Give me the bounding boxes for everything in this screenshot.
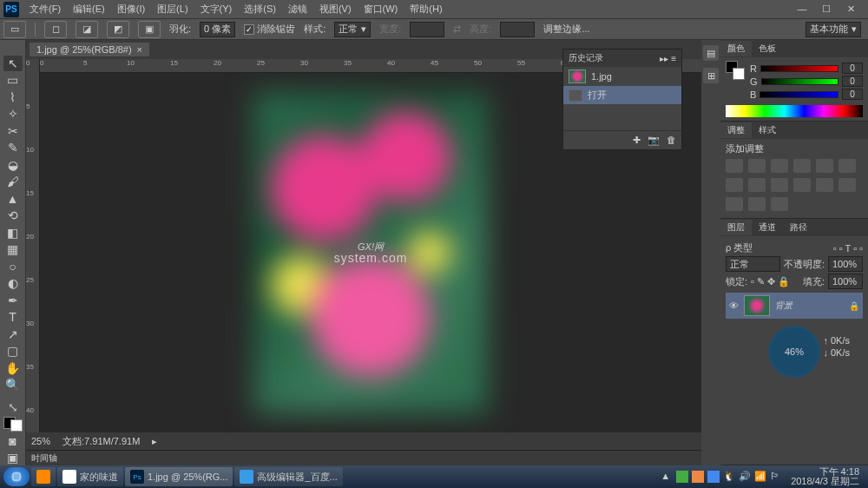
stamp-tool[interactable]: ▲ [3,191,23,207]
adj-gradient-icon[interactable] [748,197,766,211]
layer-thumbnail[interactable] [744,295,770,316]
menu-view[interactable]: 视图(V) [314,1,357,17]
adj-lookup-icon[interactable] [793,178,811,192]
r-slider[interactable] [760,65,838,72]
tray-icon[interactable]: 🏳 [770,471,782,483]
menu-type[interactable]: 文字(Y) [195,1,238,17]
taskbar-app-ie[interactable]: 高级编辑器_百度... [234,467,342,486]
taskbar-app-photoshop[interactable]: Ps 1.jpg @ 25%(RG... [125,467,233,486]
g-value[interactable]: 0 [842,76,863,87]
history-step[interactable]: 打开 [563,86,681,104]
hand-tool[interactable]: ✋ [3,360,23,376]
fill-input[interactable]: 100% [828,274,863,289]
menu-image[interactable]: 图像(I) [112,1,150,17]
crop-tool[interactable]: ✂ [3,123,23,139]
history-delete-icon[interactable]: 🗑 [667,135,676,146]
adj-curves-icon[interactable] [771,159,788,173]
tray-icon[interactable]: ▲ [661,471,673,483]
lasso-tool[interactable]: ⌇ [3,89,23,105]
tray-icon[interactable]: 🐧 [723,471,735,483]
adj-selective-icon[interactable] [771,197,788,211]
adj-threshold-icon[interactable] [726,197,743,211]
history-brush-tool[interactable]: ⟲ [3,208,23,224]
tab-layers[interactable]: 图层 [720,220,752,235]
style-dropdown[interactable]: 正常▾ [334,22,371,37]
screenmode-tool[interactable]: ▣ [3,451,23,466]
adj-mixer-icon[interactable] [771,178,788,192]
type-tool[interactable]: T [3,310,23,326]
eyedropper-tool[interactable]: ✎ [3,141,23,156]
visibility-icon[interactable]: 👁 [729,300,739,311]
tab-adjustments[interactable]: 调整 [720,122,752,138]
bg-swatch[interactable] [733,68,745,80]
menu-window[interactable]: 窗口(W) [358,1,404,17]
r-value[interactable]: 0 [842,63,863,74]
minimize-button[interactable]: — [793,3,811,15]
tray-icon[interactable]: 🔊 [739,471,751,483]
ruler-vertical[interactable]: 0510152025303540 [26,59,40,432]
blend-mode-dropdown[interactable]: 正常 [726,256,780,272]
menu-file[interactable]: 文件(F) [24,1,66,17]
marquee-add-icon[interactable]: ◪ [76,21,98,38]
tab-swatches[interactable]: 色板 [752,41,783,56]
history-new-icon[interactable]: ✚ [633,135,641,146]
feather-input[interactable]: 0 像素 [200,22,235,37]
taskbar-app-2[interactable]: 家的味道 [57,467,123,486]
color-picker[interactable] [3,417,23,432]
b-slider[interactable] [760,91,838,98]
opacity-input[interactable]: 100% [828,256,863,272]
scrollbar-icon[interactable]: ▸ [152,436,157,447]
adj-levels-icon[interactable] [748,159,766,173]
history-source[interactable]: 1.jpg [563,67,681,86]
background-color[interactable] [10,419,23,432]
path-tool[interactable]: ↗ [3,326,23,342]
zoom-level[interactable]: 25% [31,436,50,446]
swap-colors-icon[interactable]: ⤡ [3,399,23,415]
dodge-tool[interactable]: ◐ [3,276,23,292]
dock-icon-1[interactable]: ▤ [703,45,719,61]
tray-icon[interactable] [707,471,720,483]
menu-layer[interactable]: 图层(L) [152,1,193,17]
tray-icon[interactable]: 📶 [754,471,766,483]
maximize-button[interactable]: ☐ [818,3,835,15]
speed-widget[interactable]: 46% ↑ 0K/s ↓ 0K/s [768,326,820,378]
adj-brightness-icon[interactable] [726,159,743,173]
wand-tool[interactable]: ✧ [3,107,23,122]
b-value[interactable]: 0 [842,89,863,100]
history-panel[interactable]: 历史记录 ▸▸ ≡ 1.jpg 打开 ✚ 📷 🗑 [562,49,682,150]
layer-name[interactable]: 背景 [775,300,792,312]
marquee-sub-icon[interactable]: ◩ [107,21,129,38]
healing-tool[interactable]: ◒ [3,157,23,173]
tab-styles[interactable]: 样式 [752,122,783,138]
tab-close-icon[interactable]: × [137,44,142,55]
tray-icon[interactable] [676,471,688,483]
menu-select[interactable]: 选择(S) [239,1,281,17]
menu-filter[interactable]: 滤镜 [283,1,312,17]
start-button[interactable] [3,467,30,486]
antialias-checkbox[interactable]: 消除锯齿 [244,23,295,36]
marquee-intersect-icon[interactable]: ▣ [138,21,161,38]
move-tool[interactable]: ↖ [3,56,23,71]
adj-hue-icon[interactable] [838,159,856,173]
menu-help[interactable]: 帮助(H) [404,1,447,17]
eraser-tool[interactable]: ◧ [3,225,23,241]
menu-edit[interactable]: 编辑(E) [68,1,110,17]
tab-channels[interactable]: 通道 [752,220,783,235]
timeline-panel[interactable]: 时间轴 [26,450,701,465]
tab-paths[interactable]: 路径 [783,220,814,235]
close-button[interactable]: ✕ [842,3,859,15]
adj-bw-icon[interactable] [726,178,743,192]
history-snapshot-icon[interactable]: 📷 [648,135,660,146]
blur-tool[interactable]: ○ [3,259,23,274]
marquee-new-icon[interactable]: ◻ [44,21,67,38]
brush-tool[interactable]: 🖌 [3,175,23,190]
layer-row[interactable]: 👁 背景 🔒 [726,293,863,319]
workspace-switcher[interactable]: 基本功能▾ [806,22,861,37]
shape-tool[interactable]: ▢ [3,344,23,359]
tab-color[interactable]: 颜色 [720,41,752,56]
gradient-tool[interactable]: ▦ [3,242,23,258]
panel-menu-icon[interactable]: ▸▸ ≡ [660,54,676,63]
dock-icon-2[interactable]: ⊞ [703,68,719,83]
color-spectrum[interactable] [726,105,863,117]
adj-photo-icon[interactable] [748,178,766,192]
